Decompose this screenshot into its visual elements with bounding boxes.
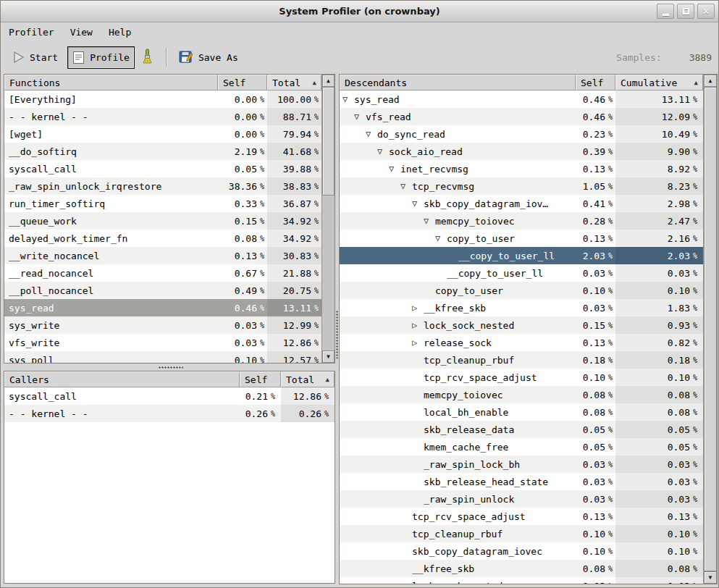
tree-row[interactable]: ▽sock_aio_read0.39%9.90% (340, 143, 717, 160)
tree-row[interactable]: __copy_to_user_ll2.03%2.03% (340, 247, 717, 264)
tree-row[interactable]: _raw_spin_lock_bh0.03%0.03% (340, 455, 717, 473)
column-header-descendants[interactable]: Descendants (340, 75, 576, 91)
titlebar[interactable]: System Profiler (on crownbay) ✕ (1, 1, 718, 22)
total-percent-cell-value: 39.88 (283, 164, 311, 175)
percent-sign: % (693, 339, 697, 347)
column-header-cumulative[interactable]: Cumulative ▲ (615, 75, 703, 91)
expander-closed-icon[interactable]: ▷ (412, 299, 424, 316)
tree-row[interactable]: ▷release_sock0.13%0.82% (340, 334, 717, 351)
column-header-callers[interactable]: Callers (4, 371, 240, 387)
tree-row[interactable]: tcp_cleanup_rbuf0.18%0.18% (340, 351, 717, 369)
function-row[interactable]: __queue_work0.15%34.92% (4, 212, 335, 230)
menu-item-profiler[interactable]: Profiler (8, 25, 55, 39)
column-header-functions[interactable]: Functions (4, 75, 218, 91)
function-row[interactable]: __do_softirq2.19%41.68% (4, 143, 335, 160)
percent-sign: % (608, 530, 613, 538)
function-row[interactable]: vfs_write0.03%12.86% (4, 334, 335, 351)
function-row[interactable]: [Everything]0.00%100.00% (4, 91, 335, 108)
scroll-down-icon: ▼ (709, 574, 712, 581)
function-row[interactable]: sys_read0.46%13.11% (4, 299, 335, 316)
profile-button[interactable]: Profile (67, 46, 135, 69)
function-row[interactable]: - - kernel - -0.00%88.71% (4, 108, 335, 125)
tree-row[interactable]: copy_to_user0.10%0.10% (340, 282, 717, 299)
scrollbar-thumb[interactable] (704, 87, 717, 571)
minimize-button[interactable] (657, 4, 674, 19)
tree-row[interactable]: skb_release_head_state0.03%0.03% (340, 473, 717, 490)
save-as-button[interactable]: Save As (174, 46, 243, 69)
menu-item-help[interactable]: Help (108, 25, 132, 39)
tree-row[interactable]: ▽sys_read0.46%13.11% (340, 91, 717, 108)
expander-open-icon[interactable]: ▽ (435, 230, 447, 247)
self-percent-cell: 0.15% (218, 212, 267, 230)
close-button[interactable]: ✕ (697, 4, 715, 19)
tree-row[interactable]: ▽vfs_read0.46%12.09% (340, 108, 717, 125)
tree-row[interactable]: lock_sock_nested0.03%0.03% (340, 577, 717, 584)
expander-open-icon[interactable]: ▽ (366, 125, 377, 143)
column-header-self[interactable]: Self (218, 75, 267, 91)
column-header-total[interactable]: Total ▲ (267, 75, 321, 91)
tree-row[interactable]: ▽do_sync_read0.23%10.49% (340, 125, 717, 143)
scroll-up-button[interactable]: ▲ (322, 75, 335, 87)
play-icon (13, 51, 25, 64)
expander-open-icon[interactable]: ▽ (412, 195, 424, 212)
self-percent-cell-value: 0.08 (235, 233, 257, 244)
total-percent-cell-value: 100.00 (277, 94, 311, 105)
start-button[interactable]: Start (8, 46, 63, 68)
tree-row[interactable]: tcp_rcv_space_adjust0.10%0.10% (340, 369, 717, 386)
expander-open-icon[interactable]: ▽ (400, 177, 412, 195)
scroll-up-button[interactable]: ▲ (704, 75, 717, 87)
functions-scrollbar[interactable]: ▲ ▼ (321, 75, 335, 363)
caller-row[interactable]: syscall_call0.21%12.86% (4, 387, 335, 405)
tree-row[interactable]: local_bh_enable0.08%0.08% (340, 403, 717, 421)
function-row[interactable]: __read_nocancel0.67%21.88% (4, 264, 335, 282)
expander-open-icon[interactable]: ▽ (354, 108, 366, 125)
self-percent-cell-value: 1.05 (583, 181, 605, 192)
function-row[interactable]: sys_poll0.10%12.57% (4, 351, 335, 364)
tree-row[interactable]: ▽skb_copy_datagram_iov…0.41%2.98% (340, 195, 717, 212)
expander-open-icon[interactable]: ▽ (377, 143, 389, 160)
expander-open-icon[interactable]: ▽ (342, 91, 354, 108)
function-row[interactable]: __write_nocancel0.13%30.83% (4, 247, 335, 264)
tree-row[interactable]: __kfree_skb0.08%0.08% (340, 560, 717, 577)
menu-item-view[interactable]: View (70, 25, 93, 39)
scroll-down-button[interactable]: ▼ (704, 571, 717, 584)
reset-button[interactable] (135, 44, 159, 70)
tree-row[interactable]: ▽inet_recvmsg0.13%8.92% (340, 160, 717, 177)
function-row[interactable]: sys_write0.03%12.99% (4, 316, 335, 334)
tree-row[interactable]: skb_release_data0.05%0.05% (340, 421, 717, 438)
tree-row[interactable]: kmem_cache_free0.05%0.05% (340, 438, 717, 455)
tree-row[interactable]: ▷lock_sock_nested0.15%0.93% (340, 316, 717, 334)
column-header-total[interactable]: Total ▲ (281, 371, 335, 387)
tree-row[interactable]: ▷__kfree_skb0.03%1.83% (340, 299, 717, 316)
tree-row[interactable]: __copy_to_user_ll0.03%0.03% (340, 264, 717, 282)
tree-row[interactable]: skb_copy_datagram_iovec0.10%0.10% (340, 542, 717, 560)
cumulative-percent-cell: 0.03% (615, 577, 703, 584)
tree-row[interactable]: ▽tcp_recvmsg1.05%8.23% (340, 177, 717, 195)
function-row[interactable]: [wget]0.00%79.94% (4, 125, 335, 143)
tree-row[interactable]: ▽memcpy_toiovec0.28%2.47% (340, 212, 717, 230)
caller-row[interactable]: - - kernel - -0.26%0.26% (4, 405, 335, 422)
column-header-self[interactable]: Self (240, 371, 281, 387)
scrollbar-thumb[interactable] (322, 87, 335, 196)
tree-row[interactable]: tcp_cleanup_rbuf0.10%0.10% (340, 525, 717, 542)
tree-row[interactable]: tcp_rcv_space_adjust0.13%0.13% (340, 508, 717, 525)
function-row[interactable]: __poll_nocancel0.49%20.75% (4, 282, 335, 299)
function-row[interactable]: delayed_work_timer_fn0.08%34.92% (4, 230, 335, 247)
expander-closed-icon[interactable]: ▷ (412, 316, 424, 334)
tree-row[interactable]: memcpy_toiovec0.08%0.08% (340, 386, 717, 403)
function-row[interactable]: syscall_call0.05%39.88% (4, 160, 335, 177)
function-row[interactable]: run_timer_softirq0.33%36.87% (4, 195, 335, 212)
tree-row[interactable]: ▽copy_to_user0.13%2.16% (340, 230, 717, 247)
expander-open-icon[interactable]: ▽ (424, 212, 435, 230)
self-percent-cell: 0.05% (576, 438, 615, 455)
percent-sign: % (693, 287, 697, 295)
function-row[interactable]: _raw_spin_unlock_irqrestore38.36%38.83% (4, 177, 335, 195)
horizontal-splitter[interactable] (4, 364, 335, 371)
descendants-scrollbar[interactable]: ▲ ▼ (703, 75, 717, 584)
scroll-down-button[interactable]: ▼ (322, 350, 335, 363)
maximize-button[interactable] (677, 4, 694, 19)
expander-closed-icon[interactable]: ▷ (412, 334, 424, 351)
expander-open-icon[interactable]: ▽ (389, 160, 400, 177)
tree-row[interactable]: _raw_spin_unlock0.03%0.03% (340, 490, 717, 508)
column-header-self[interactable]: Self (576, 75, 615, 91)
